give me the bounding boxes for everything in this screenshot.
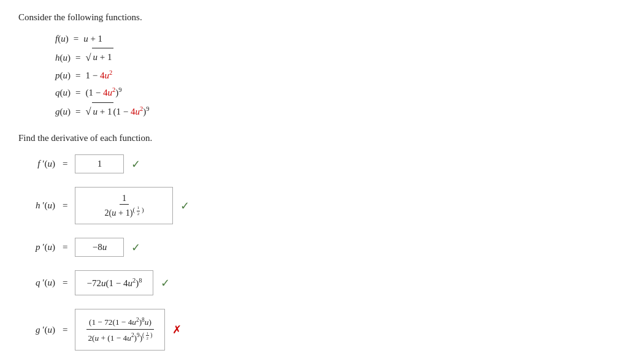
cross-icon-g: ✗ <box>172 323 182 336</box>
answer-row-p: p ′(u) = −8u ✓ <box>18 238 610 257</box>
answer-value-q: −72u(1 − 4u2)8 <box>86 277 142 289</box>
answer-label-h: h ′(u) <box>18 200 55 211</box>
func-q-value: (1 − 4u2)9 <box>85 84 121 102</box>
h-denominator: 2(u + 1)( 1 2 ) <box>102 205 146 219</box>
func-f: f(u) = u + 1 <box>55 30 610 48</box>
answer-box-h[interactable]: 1 2(u + 1)( 1 2 ) <box>75 187 173 224</box>
func-g: g(u) = √u + 1 (1 − 4u2)9 <box>55 102 610 121</box>
func-q-label: q(u) <box>55 84 71 102</box>
func-p-value: 1 − 4u2 <box>85 67 112 85</box>
func-h-label: h(u) <box>55 49 71 67</box>
find-derivative-text: Find the derivative of each function. <box>18 133 610 143</box>
func-g-value: √u + 1 (1 − 4u2)9 <box>85 102 149 121</box>
answer-label-g: g ′(u) <box>18 325 55 335</box>
check-icon-f: ✓ <box>131 157 140 171</box>
answer-box-g[interactable]: (1 − 72(1 − 4u2)8u) 2(u + (1 − 4u2)9)( 1… <box>75 309 165 351</box>
functions-block: f(u) = u + 1 h(u) = √u + 1 p(u) = 1 − 4u… <box>55 30 610 121</box>
func-p: p(u) = 1 − 4u2 <box>55 67 610 85</box>
answer-row-h: h ′(u) = 1 2(u + 1)( 1 2 ) ✓ <box>18 187 610 224</box>
check-icon-p: ✓ <box>131 241 140 254</box>
func-f-label: f(u) <box>55 30 69 48</box>
answer-row-g: g ′(u) = (1 − 72(1 − 4u2)8u) 2(u + (1 − … <box>18 309 610 351</box>
func-h-value: √u + 1 <box>85 48 113 67</box>
check-icon-q: ✓ <box>161 276 170 290</box>
answer-label-f: f ′(u) <box>18 159 55 169</box>
func-q: q(u) = (1 − 4u2)9 <box>55 84 610 102</box>
answer-box-f[interactable]: 1 <box>75 154 124 173</box>
answer-label-p: p ′(u) <box>18 242 55 252</box>
g-denominator: 2(u + (1 − 4u2)9)( 1 2 ) <box>85 330 155 344</box>
answer-row-q: q ′(u) = −72u(1 − 4u2)8 ✓ <box>18 270 610 295</box>
func-f-value: u + 1 <box>83 30 102 48</box>
h-numerator: 1 <box>120 192 129 205</box>
func-p-label: p(u) <box>55 67 71 85</box>
h-fraction: 1 2(u + 1)( 1 2 ) <box>102 192 146 219</box>
g-fraction: (1 − 72(1 − 4u2)8u) 2(u + (1 − 4u2)9)( 1… <box>85 316 155 344</box>
answer-label-q: q ′(u) <box>18 278 55 288</box>
func-h: h(u) = √u + 1 <box>55 48 610 67</box>
answer-box-q[interactable]: −72u(1 − 4u2)8 <box>75 270 153 295</box>
func-g-label: g(u) <box>55 103 71 121</box>
answer-row-f: f ′(u) = 1 ✓ <box>18 154 610 173</box>
check-icon-h: ✓ <box>180 199 190 213</box>
answer-box-p[interactable]: −8u <box>75 238 124 257</box>
intro-text: Consider the following functions. <box>18 12 610 23</box>
answer-value-f: 1 <box>98 159 102 169</box>
answer-value-p: −8u <box>93 242 107 252</box>
g-numerator: (1 − 72(1 − 4u2)8u) <box>86 316 154 329</box>
